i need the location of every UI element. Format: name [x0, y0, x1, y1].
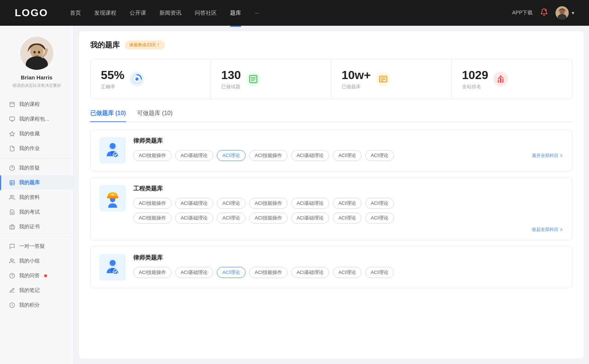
tag-2-4[interactable]: ACI基础理论	[291, 198, 329, 209]
stat-rank-value: 1029	[462, 68, 488, 82]
sidebar-label-1on1: 一对一答疑	[19, 243, 45, 250]
nav-home[interactable]: 首页	[70, 8, 81, 18]
tag-2-3[interactable]: ACI技能操作	[249, 198, 288, 209]
tag-2r2-4[interactable]: ACI基础理论	[291, 213, 329, 224]
logo[interactable]: LOGO	[15, 7, 48, 19]
tag-2r2-3[interactable]: ACI技能操作	[249, 213, 288, 224]
qbank-tags-1: ACI技能操作 ACI基础理论 ACI理论 ACI技能操作 ACI基础理论 AC…	[133, 150, 563, 161]
sidebar-item-course-package[interactable]: 我的课程包...	[0, 112, 73, 126]
sidebar-label-points: 我的积分	[19, 302, 40, 308]
tag-2-6[interactable]: ACI理论	[365, 198, 394, 209]
avatar	[556, 6, 569, 19]
tag-1-1[interactable]: ACI基础理论	[175, 150, 214, 161]
1on1-icon	[9, 243, 15, 250]
main-header: LOGO 首页 发现课程 公开课 新闻资讯 问答社区 题库 ··· APP下载	[0, 0, 589, 26]
page-title: 我的题库	[90, 40, 120, 50]
sidebar-item-my-qa[interactable]: 我的问答	[0, 268, 73, 283]
tag-2r2-5[interactable]: ACI理论	[333, 213, 361, 224]
nav-qbank[interactable]: 题库	[230, 8, 241, 18]
tag-2r2-6[interactable]: ACI理论	[365, 213, 394, 224]
svg-rect-12	[10, 117, 14, 120]
tabs-row: 已做题库 (10) 可做题库 (10)	[90, 110, 572, 122]
tag-3-6[interactable]: ACI理论	[365, 267, 394, 278]
sidebar-username: Brian Harris	[21, 74, 53, 81]
my-course-icon	[9, 101, 15, 108]
sidebar-label-my-qa: 我的问答	[19, 272, 40, 279]
tag-3-1[interactable]: ACI基础理论	[175, 267, 214, 278]
sidebar-item-exam[interactable]: 我的考试	[0, 205, 73, 220]
tag-1-0[interactable]: ACI技能操作	[133, 150, 172, 161]
sidebar-label-profile: 我的资料	[19, 194, 40, 201]
cert-icon	[9, 224, 15, 230]
svg-rect-10	[10, 102, 14, 107]
sidebar-label-course-package: 我的课程包...	[19, 116, 49, 122]
tag-3-3[interactable]: ACI技能操作	[249, 267, 288, 278]
svg-rect-18	[10, 181, 14, 185]
tag-3-0[interactable]: ACI技能操作	[133, 267, 172, 278]
sidebar-label-notes: 我的笔记	[19, 287, 40, 294]
notification-bell[interactable]	[540, 8, 548, 18]
header-right: APP下载 ▾	[512, 6, 574, 19]
user-avatar-wrap[interactable]: ▾	[556, 6, 574, 19]
sidebar-item-qbank[interactable]: 我的题库	[0, 175, 73, 190]
svg-point-48	[110, 143, 116, 149]
sidebar-menu: 我的课程 我的课程包... 我的收藏 我的作业	[0, 97, 73, 313]
sidebar-item-qa[interactable]: 我的答疑	[0, 161, 73, 175]
nav-more[interactable]: ···	[254, 8, 259, 18]
sidebar-item-notes[interactable]: 我的笔记	[0, 283, 73, 298]
app-download-link[interactable]: APP下载	[512, 10, 533, 16]
user-chevron: ▾	[572, 10, 574, 16]
sidebar-item-favorites[interactable]: 我的收藏	[0, 126, 73, 141]
trial-badge: 体验剩余23天！	[125, 40, 165, 50]
tag-3-2[interactable]: ACI理论	[217, 267, 246, 278]
tag-1-4[interactable]: ACI基础理论	[291, 150, 329, 161]
collapse-link[interactable]: 收起全部科目 ∧	[532, 226, 563, 233]
sidebar-item-points[interactable]: 我的积分	[0, 298, 73, 313]
tab-done[interactable]: 已做题库 (10)	[90, 110, 126, 122]
expand-link-1[interactable]: 展开全部科目 ∨	[532, 153, 563, 159]
tag-3-4[interactable]: ACI基础理论	[291, 267, 329, 278]
nav-qa[interactable]: 问答社区	[195, 8, 217, 18]
sidebar-item-1on1[interactable]: 一对一答疑	[0, 239, 73, 254]
nav-news[interactable]: 新闻资讯	[159, 8, 181, 18]
svg-rect-56	[111, 194, 114, 196]
tag-1-5[interactable]: ACI理论	[333, 150, 361, 161]
sidebar-divider-1	[0, 158, 73, 158]
stat-accuracy: 55% 正确率	[91, 59, 211, 99]
main-nav: 首页 发现课程 公开课 新闻资讯 问答社区 题库 ···	[70, 8, 512, 18]
sidebar-item-profile[interactable]: 我的资料	[0, 190, 73, 205]
svg-point-26	[10, 259, 12, 261]
stat-questions: 130 已做试题	[211, 59, 331, 99]
tag-2-1[interactable]: ACI基础理论	[175, 198, 214, 209]
tag-1-6[interactable]: ACI理论	[365, 150, 394, 161]
qbank-content-2: 工程类题库 ACI技能操作 ACI基础理论 ACI理论 ACI技能操作 ACI基…	[133, 185, 563, 233]
sidebar-item-group[interactable]: 我的小组	[0, 254, 73, 268]
svg-rect-25	[10, 226, 14, 229]
sidebar-item-cert[interactable]: 我的证书	[0, 220, 73, 234]
sidebar-item-homework[interactable]: 我的作业	[0, 141, 73, 156]
tag-2-5[interactable]: ACI理论	[333, 198, 361, 209]
questions-icon	[246, 72, 261, 86]
homework-icon	[9, 145, 15, 152]
tag-2-0[interactable]: ACI技能操作	[133, 198, 172, 209]
svg-rect-43	[498, 80, 499, 83]
nav-open-course[interactable]: 公开课	[130, 8, 146, 18]
qbank-card-lawyer-2: 律师类题库 ACI技能操作 ACI基础理论 ACI理论 ACI技能操作 ACI基…	[90, 246, 572, 288]
tag-3-5[interactable]: ACI理论	[333, 267, 361, 278]
nav-discover[interactable]: 发现课程	[94, 8, 116, 18]
stat-questions-value: 130	[221, 68, 241, 82]
tag-1-3[interactable]: ACI技能操作	[249, 150, 288, 161]
tag-2-2[interactable]: ACI理论	[217, 198, 246, 209]
tag-2r2-0[interactable]: ACI技能操作	[133, 213, 172, 224]
sidebar-item-my-course[interactable]: 我的课程	[0, 97, 73, 112]
tab-available[interactable]: 可做题库 (10)	[137, 110, 173, 122]
svg-point-58	[110, 260, 116, 266]
svg-point-7	[33, 51, 36, 54]
tag-2r2-2[interactable]: ACI理论	[217, 213, 246, 224]
page-header: 我的题库 体验剩余23天！	[90, 40, 572, 50]
lawyer-icon-1	[99, 137, 126, 164]
svg-rect-55	[107, 197, 119, 198]
tag-2r2-1[interactable]: ACI基础理论	[175, 213, 214, 224]
tag-1-2[interactable]: ACI理论	[217, 150, 246, 161]
qbank-content-3: 律师类题库 ACI技能操作 ACI基础理论 ACI理论 ACI技能操作 ACI基…	[133, 254, 563, 278]
